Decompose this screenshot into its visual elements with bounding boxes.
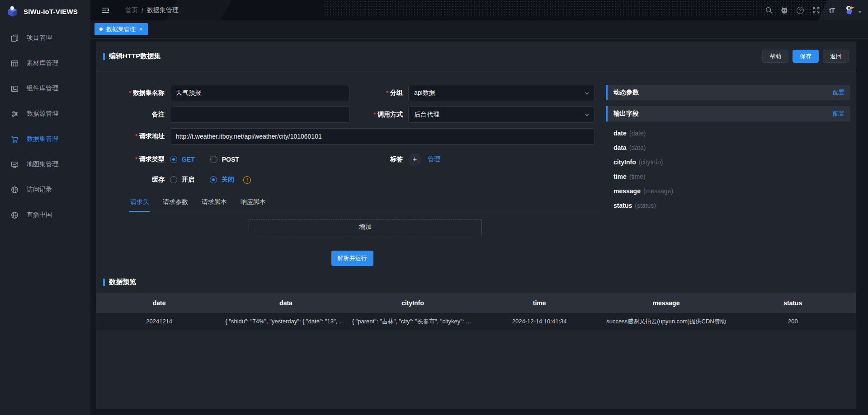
radio-circle (210, 156, 217, 163)
request-url-input[interactable] (170, 128, 595, 145)
request-tabs: 请求头 请求参数 请求脚本 响应脚本 增加 (129, 195, 601, 235)
user-avatar[interactable] (844, 5, 862, 16)
sidebar-item-label: 数据集管理 (27, 135, 58, 143)
field-alias: (data) (629, 144, 646, 151)
cache-on-label: 开启 (182, 176, 194, 184)
topbar-actions: ? tT (764, 5, 868, 16)
active-tab-dot (99, 28, 103, 31)
sidebar-item-access-log[interactable]: 访问记录 (0, 181, 90, 199)
sidebar-item-material[interactable]: 素材库管理 (0, 54, 90, 72)
output-field-item: status (status) (613, 198, 850, 213)
astronaut-avatar-icon (844, 5, 855, 16)
tab-request-params[interactable]: 请求参数 (162, 195, 189, 212)
request-type-radios: GET POST (170, 156, 350, 163)
required-star: * (386, 89, 388, 96)
add-tag-button[interactable]: + (408, 153, 421, 166)
group-select[interactable]: api数据 (408, 85, 595, 101)
sidebar-item-component[interactable]: 组件库管理 (0, 79, 90, 98)
chevron-down-icon (584, 112, 590, 118)
radio-post-label: POST (222, 156, 239, 163)
tab-response-script[interactable]: 响应脚本 (240, 195, 267, 212)
help-glyph: ? (797, 7, 804, 14)
page-tabbar: 数据集管理 × (90, 20, 868, 38)
sidebar-item-project[interactable]: 项目管理 (0, 29, 90, 47)
back-button[interactable]: 返回 (823, 50, 849, 63)
parse-and-run-button[interactable]: 解析并运行 (331, 251, 373, 266)
tab-dataset-management[interactable]: 数据集管理 × (94, 23, 148, 35)
col-header-date: date (96, 293, 222, 313)
font-size-icon[interactable]: tT (828, 6, 836, 14)
field-alias: (date) (629, 130, 646, 137)
title-accent-bar (103, 53, 105, 60)
component-library-icon (11, 85, 19, 93)
cache-warning-icon: ! (243, 176, 251, 184)
tab-request-script[interactable]: 请求脚本 (201, 195, 228, 212)
page-title: 编辑HTTP数据集 (109, 52, 160, 61)
breadcrumb-separator: / (142, 7, 143, 14)
configure-output-fields-link[interactable]: 配置 (833, 110, 844, 118)
github-icon[interactable] (780, 6, 788, 14)
cache-label: 缓存 (103, 176, 165, 184)
dataset-cart-icon (11, 135, 19, 143)
required-star: * (129, 89, 131, 96)
required-star: * (135, 133, 137, 140)
form-row-url: *请求地址 (103, 128, 601, 145)
field-name: status (613, 202, 632, 209)
run-row: 解析并运行 (103, 251, 601, 266)
output-field-item: time (time) (613, 169, 850, 184)
title-accent-bar (103, 279, 105, 286)
cell-status: 200 (730, 313, 856, 330)
table-row: 20241214 { "shidu": "74%", "yesterday": … (96, 313, 856, 330)
col-header-cityinfo: cityInfo (349, 293, 476, 313)
radio-circle (210, 176, 217, 183)
form-row-cache: 缓存 开启 关闭 ! (103, 173, 601, 187)
sidebar-item-label: 组件库管理 (27, 84, 58, 93)
fullscreen-icon[interactable] (812, 6, 820, 14)
radio-post[interactable]: POST (210, 156, 239, 163)
group-select-value: api数据 (414, 89, 435, 97)
data-preview-title-wrap: 数据预览 (96, 278, 856, 293)
radio-cache-off[interactable]: 关闭 (210, 176, 234, 184)
output-field-item: date (date) (613, 126, 850, 140)
field-name: cityInfo (613, 159, 636, 166)
configure-dynamic-params-link[interactable]: 配置 (833, 89, 844, 97)
tab-request-headers[interactable]: 请求头 (129, 195, 150, 212)
invoke-mode-select[interactable]: 后台代理 (408, 107, 595, 123)
save-button[interactable]: 保存 (793, 50, 819, 63)
cell-data: { "shidu": "74%", "yesterday": { "date":… (222, 313, 349, 330)
sidebar-item-live-china[interactable]: 直播中国 (0, 206, 90, 224)
editor-title-wrap: 编辑HTTP数据集 (103, 52, 160, 61)
sidebar-item-label: 地图集管理 (27, 160, 58, 168)
chevron-down-icon (584, 90, 590, 96)
help-button[interactable]: 帮助 (762, 50, 788, 63)
sidebar-item-mapset[interactable]: 地图集管理 (0, 155, 90, 173)
output-fields-list: date (date) data (data) cityInfo (cityIn… (606, 126, 850, 213)
search-icon[interactable] (764, 6, 773, 14)
sidebar-item-datasource[interactable]: 数据源管理 (0, 105, 90, 123)
add-header-button[interactable]: 增加 (249, 219, 482, 235)
datasource-icon (11, 110, 19, 118)
sidebar-collapse-icon[interactable] (101, 6, 110, 14)
field-name: message (613, 187, 641, 195)
radio-get[interactable]: GET (170, 156, 195, 163)
data-preview-table: date data cityInfo time message status 2… (96, 293, 856, 330)
cell-time: 2024-12-14 10:41:34 (476, 313, 603, 330)
breadcrumb-home[interactable]: 首页 (125, 6, 138, 14)
sidebar-item-label: 直播中国 (27, 211, 52, 219)
data-preview-title: 数据预览 (109, 278, 136, 286)
logo: SiWu-IoT-VIEWS (0, 0, 90, 23)
manage-tags-link[interactable]: 管理 (428, 155, 440, 163)
globe-icon (11, 186, 19, 194)
radio-cache-on[interactable]: 开启 (170, 176, 194, 184)
sidebar-item-label: 项目管理 (27, 34, 52, 42)
radio-circle (170, 156, 177, 163)
dataset-name-input[interactable] (170, 85, 350, 101)
dataset-form: *数据集名称 *分组 api数据 备注 *调用方式 (103, 85, 601, 266)
field-alias: (message) (643, 187, 673, 195)
remark-input[interactable] (170, 107, 350, 123)
field-alias: (time) (629, 173, 646, 180)
close-icon[interactable]: × (139, 26, 143, 32)
dataset-name-label: *数据集名称 (103, 89, 165, 97)
sidebar-item-dataset[interactable]: 数据集管理 (0, 130, 90, 148)
help-icon[interactable]: ? (796, 6, 804, 14)
